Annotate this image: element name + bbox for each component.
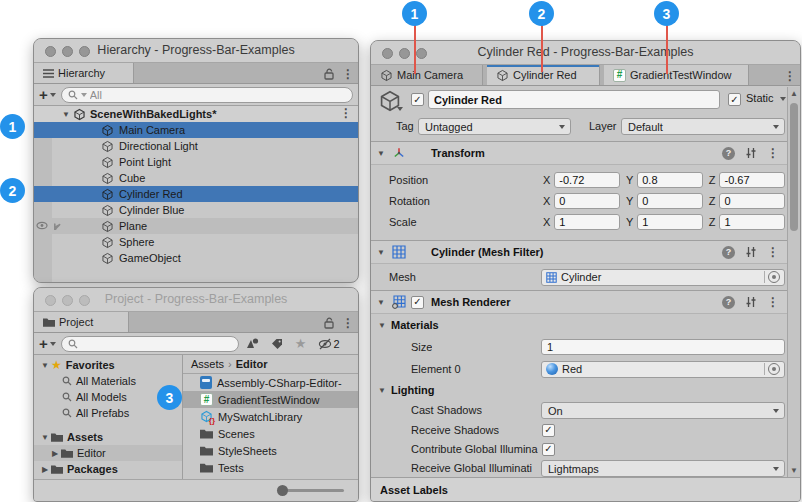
scroll-down-icon[interactable]: ▼ bbox=[788, 466, 800, 475]
project-search[interactable] bbox=[61, 336, 239, 352]
visibility-eye-icon[interactable] bbox=[36, 220, 48, 231]
static-flags-caret-icon[interactable] bbox=[780, 97, 786, 101]
hierarchy-item-sphere[interactable]: Sphere bbox=[34, 234, 358, 250]
component-enabled-checkbox[interactable]: ✓ bbox=[411, 296, 424, 309]
foldout-closed-icon[interactable]: ▶ bbox=[40, 465, 50, 474]
inspector-titlebar[interactable]: Cylinder Red - Progress-Bar-Examples bbox=[371, 41, 800, 65]
rotation-x-field[interactable] bbox=[554, 193, 620, 209]
lock-icon[interactable] bbox=[324, 68, 335, 80]
asset-myswatchlibrary[interactable]: {} MySwatchLibrary bbox=[183, 408, 358, 425]
element0-object-field[interactable]: Red bbox=[541, 361, 785, 378]
lighting-foldout[interactable]: ▼ Lighting bbox=[371, 380, 787, 400]
scrollbar-thumb[interactable] bbox=[790, 103, 798, 231]
object-picker-button[interactable] bbox=[764, 271, 780, 283]
object-picker-button[interactable] bbox=[764, 363, 780, 375]
presets-icon[interactable] bbox=[745, 147, 757, 159]
minimize-icon[interactable] bbox=[399, 48, 410, 59]
hierarchy-item-cylinder-blue[interactable]: Cylinder Blue bbox=[34, 202, 358, 218]
foldout-open-icon[interactable]: ▼ bbox=[376, 248, 386, 257]
window-traffic-lights[interactable] bbox=[45, 295, 90, 306]
minimize-icon[interactable] bbox=[62, 295, 73, 306]
materials-foldout[interactable]: ▼ Materials bbox=[371, 314, 787, 336]
picking-hand-icon[interactable] bbox=[50, 220, 61, 231]
tab-hierarchy[interactable]: Hierarchy bbox=[34, 63, 134, 83]
foldout-open-icon[interactable]: ▼ bbox=[376, 298, 386, 307]
scale-y-field[interactable] bbox=[637, 214, 703, 230]
scale-z-field[interactable] bbox=[719, 214, 785, 230]
inspector-scrollbar[interactable]: ▲ ▼ bbox=[787, 87, 800, 477]
tab-cylinder-red[interactable]: Cylinder Red bbox=[487, 65, 600, 85]
hierarchy-item-cylinder-red[interactable]: Cylinder Red bbox=[34, 186, 358, 202]
asset-scenes-folder[interactable]: Scenes bbox=[183, 425, 358, 442]
hierarchy-item-main-camera[interactable]: Main Camera bbox=[34, 122, 358, 138]
help-icon[interactable]: ? bbox=[722, 296, 735, 309]
tree-item-all-materials[interactable]: All Materials bbox=[34, 373, 182, 389]
help-icon[interactable]: ? bbox=[722, 246, 735, 259]
maximize-icon[interactable] bbox=[79, 46, 90, 57]
hidden-count-button[interactable]: 2 bbox=[318, 338, 339, 350]
add-asset-button[interactable]: + bbox=[39, 336, 56, 351]
thumbnail-zoom-slider[interactable] bbox=[278, 489, 344, 492]
scroll-up-icon[interactable]: ▲ bbox=[788, 89, 800, 98]
tab-main-camera[interactable]: Main Camera bbox=[371, 65, 483, 85]
close-icon[interactable] bbox=[45, 46, 56, 57]
hierarchy-item-directional-light[interactable]: Directional Light bbox=[34, 138, 358, 154]
layer-dropdown[interactable]: Default bbox=[621, 118, 785, 135]
hierarchy-titlebar[interactable]: Hierarchy - Progress-Bar-Examples bbox=[34, 39, 358, 63]
help-icon[interactable]: ? bbox=[722, 147, 735, 160]
asset-tests-folder[interactable]: Tests bbox=[183, 459, 358, 476]
window-menu-icon[interactable]: ⋮ bbox=[342, 68, 354, 80]
gameobject-name-field[interactable] bbox=[428, 90, 720, 109]
cast-shadows-dropdown[interactable]: On bbox=[541, 402, 785, 419]
materials-size-field[interactable]: 1 bbox=[541, 339, 785, 355]
presets-icon[interactable] bbox=[745, 296, 757, 308]
window-traffic-lights[interactable] bbox=[45, 46, 90, 57]
tree-item-packages[interactable]: ▶ Packages bbox=[34, 461, 182, 477]
tab-gradienttestwindow[interactable]: # GradientTestWindow bbox=[604, 65, 749, 85]
tree-item-assets[interactable]: ▼ Assets bbox=[34, 429, 182, 445]
label-tag-icon[interactable] bbox=[271, 338, 283, 350]
hierarchy-item-point-light[interactable]: Point Light bbox=[34, 154, 358, 170]
asset-assembly[interactable]: Assembly-CSharp-Editor- bbox=[183, 374, 358, 391]
scene-menu-icon[interactable]: ⋮ bbox=[340, 107, 352, 119]
foldout-open-icon[interactable]: ▼ bbox=[61, 110, 71, 119]
asset-labels-bar[interactable]: Asset Labels bbox=[371, 477, 800, 501]
window-menu-icon[interactable]: ⋮ bbox=[342, 317, 354, 329]
foldout-open-icon[interactable]: ▼ bbox=[376, 149, 386, 158]
slider-knob[interactable] bbox=[277, 485, 288, 496]
search-by-type-icon[interactable] bbox=[246, 337, 259, 350]
asset-gradienttestwindow[interactable]: # GradientTestWindow bbox=[183, 391, 358, 408]
close-icon[interactable] bbox=[382, 48, 393, 59]
receive-shadows-checkbox[interactable]: ✓ bbox=[542, 424, 555, 437]
project-titlebar[interactable]: Project - Progress-Bar-Examples bbox=[34, 288, 358, 312]
foldout-open-icon[interactable]: ▼ bbox=[40, 433, 50, 442]
foldout-closed-icon[interactable]: ▶ bbox=[50, 449, 60, 458]
lock-icon[interactable] bbox=[324, 317, 335, 329]
component-menu-icon[interactable]: ⋮ bbox=[767, 246, 779, 258]
breadcrumb-current[interactable]: Editor bbox=[236, 358, 268, 370]
active-checkbox[interactable]: ✓ bbox=[411, 93, 424, 106]
presets-icon[interactable] bbox=[745, 246, 757, 258]
tab-project[interactable]: Project bbox=[34, 312, 129, 332]
foldout-open-icon[interactable]: ▼ bbox=[40, 361, 50, 370]
hierarchy-item-cube[interactable]: Cube bbox=[34, 170, 358, 186]
maximize-icon[interactable] bbox=[79, 295, 90, 306]
favorites-star-icon[interactable]: ★ bbox=[295, 336, 307, 351]
rotation-z-field[interactable] bbox=[719, 193, 785, 209]
mesh-object-field[interactable]: Cylinder bbox=[541, 269, 785, 286]
search-filter-caret-icon[interactable] bbox=[81, 93, 87, 97]
hierarchy-item-plane[interactable]: Plane bbox=[34, 218, 358, 234]
position-x-field[interactable] bbox=[554, 172, 620, 188]
contribute-gi-checkbox[interactable]: ✓ bbox=[542, 443, 555, 456]
breadcrumb-root[interactable]: Assets bbox=[191, 358, 224, 370]
component-menu-icon[interactable]: ⋮ bbox=[767, 296, 779, 308]
receive-gi-dropdown[interactable]: Lightmaps bbox=[541, 460, 785, 477]
mesh-filter-header[interactable]: ▼ Cylinder (Mesh Filter) ? ⋮ bbox=[371, 240, 787, 264]
position-y-field[interactable] bbox=[637, 172, 703, 188]
tree-item-all-prefabs[interactable]: All Prefabs bbox=[34, 405, 182, 421]
hierarchy-search[interactable] bbox=[61, 87, 353, 103]
minimize-icon[interactable] bbox=[62, 46, 73, 57]
mesh-renderer-header[interactable]: ▼ ✓ Mesh Renderer ? ⋮ bbox=[371, 290, 787, 314]
tree-item-editor[interactable]: ▶ Editor bbox=[34, 445, 182, 461]
hierarchy-item-gameobject[interactable]: GameObject bbox=[34, 250, 358, 266]
